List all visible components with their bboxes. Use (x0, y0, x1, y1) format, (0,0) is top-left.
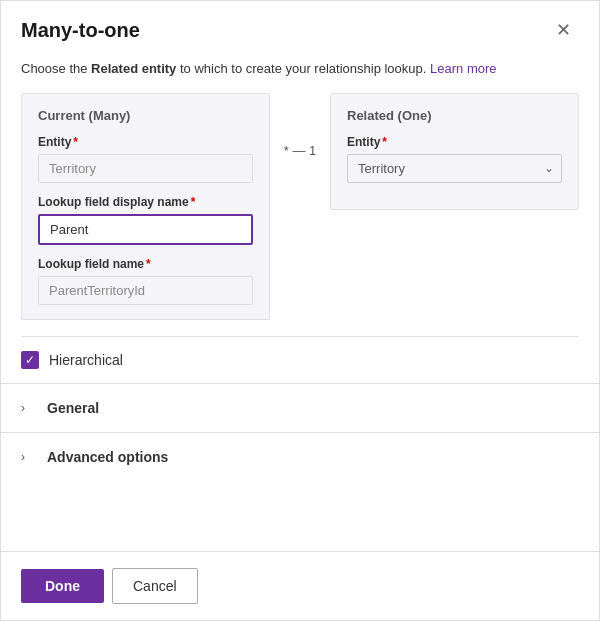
related-panel: Related (One) Entity* Territory ⌄ (330, 93, 579, 210)
subtext-bold: Related entity (91, 61, 176, 76)
current-entity-input[interactable] (38, 154, 253, 183)
current-panel: Current (Many) Entity* Lookup field disp… (21, 93, 270, 320)
dialog-subtext: Choose the Related entity to which to cr… (1, 53, 599, 93)
dialog-footer: Done Cancel (1, 551, 599, 620)
subtext-suffix: to which to create your relationship loo… (176, 61, 426, 76)
hierarchical-label: Hierarchical (49, 352, 123, 368)
related-entity-required-star: * (382, 135, 387, 149)
learn-more-link[interactable]: Learn more (430, 61, 496, 76)
hierarchical-checkbox[interactable]: ✓ (21, 351, 39, 369)
checkmark-icon: ✓ (25, 354, 35, 366)
general-chevron-icon: › (21, 401, 37, 415)
spacer (1, 481, 599, 552)
lookup-name-label: Lookup field name* (38, 257, 253, 271)
advanced-section: › Advanced options (1, 432, 599, 481)
connector-symbol: * — 1 (284, 143, 317, 158)
done-button[interactable]: Done (21, 569, 104, 603)
dialog-header: Many-to-one ✕ (1, 1, 599, 53)
current-entity-label: Entity* (38, 135, 253, 149)
entity-required-star: * (73, 135, 78, 149)
general-section: › General (1, 383, 599, 432)
current-panel-label: Current (Many) (38, 108, 253, 123)
many-to-one-dialog: Many-to-one ✕ Choose the Related entity … (0, 0, 600, 621)
advanced-chevron-icon: › (21, 450, 37, 464)
lookup-display-label: Lookup field display name* (38, 195, 253, 209)
lookup-display-input[interactable] (38, 214, 253, 245)
lookup-name-input[interactable] (38, 276, 253, 305)
lookup-name-required-star: * (146, 257, 151, 271)
close-button[interactable]: ✕ (548, 17, 579, 43)
general-section-title: General (47, 400, 99, 416)
hierarchical-row: ✓ Hierarchical (1, 337, 599, 383)
advanced-section-title: Advanced options (47, 449, 168, 465)
related-entity-label: Entity* (347, 135, 562, 149)
subtext-prefix: Choose the (21, 61, 91, 76)
relationship-area: Current (Many) Entity* Lookup field disp… (1, 93, 599, 320)
cancel-button[interactable]: Cancel (112, 568, 198, 604)
connector-area: * — 1 (270, 93, 330, 158)
related-entity-wrapper: Territory ⌄ (347, 154, 562, 183)
general-section-header[interactable]: › General (1, 384, 599, 432)
related-panel-label: Related (One) (347, 108, 562, 123)
dialog-title: Many-to-one (21, 19, 140, 42)
lookup-display-required-star: * (191, 195, 196, 209)
related-entity-select[interactable]: Territory (347, 154, 562, 183)
advanced-section-header[interactable]: › Advanced options (1, 433, 599, 481)
